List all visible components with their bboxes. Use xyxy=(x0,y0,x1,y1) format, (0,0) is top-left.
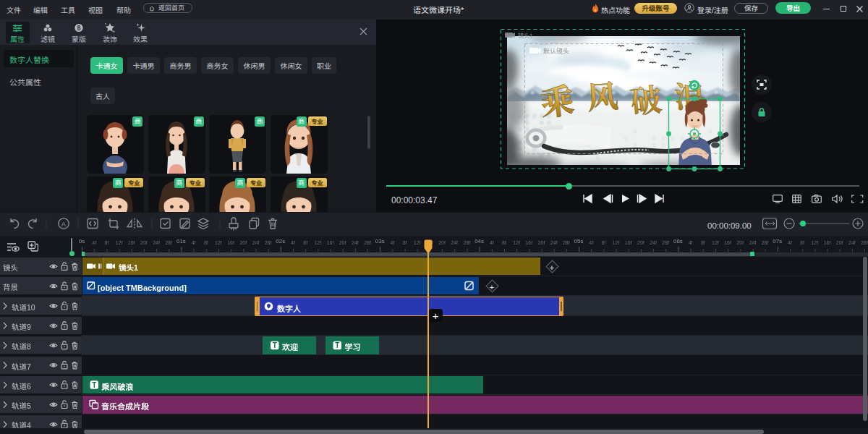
svg-text:T: T xyxy=(335,341,339,349)
svg-text:T: T xyxy=(273,341,277,349)
svg-text:T: T xyxy=(92,381,96,389)
